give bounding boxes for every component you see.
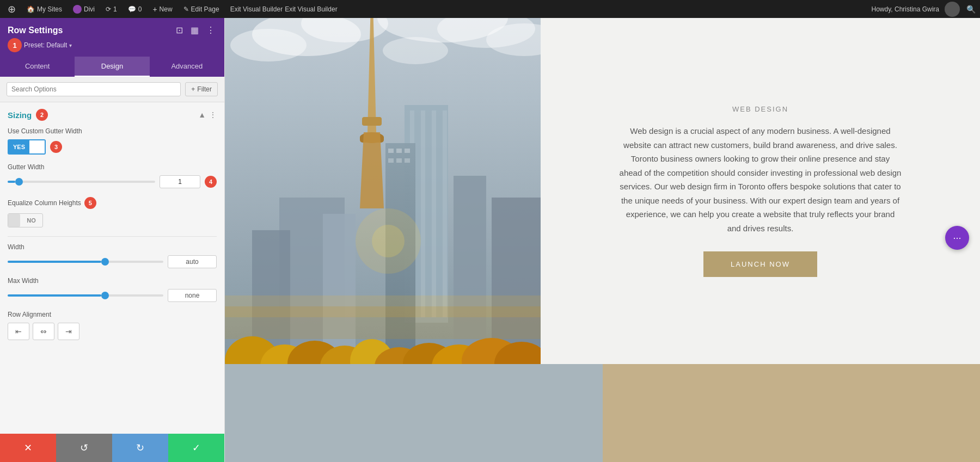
search-bar-icon[interactable]: 🔍 — [966, 5, 976, 14]
edit-icon: ✎ — [183, 5, 189, 13]
save-icon: ✓ — [192, 442, 200, 454]
custom-gutter-toggle-row: YES 3 — [8, 139, 217, 155]
panel-title: Row Settings — [8, 26, 63, 35]
layout-icon[interactable]: ▦ — [189, 23, 200, 37]
svg-rect-23 — [405, 149, 410, 153]
align-center-button[interactable]: ⇔ — [33, 323, 54, 340]
expand-icon[interactable]: ⊡ — [174, 23, 185, 37]
gutter-width-text: Gutter Width — [8, 163, 44, 171]
page-preview: WEB DESIGN Web design is a crucial aspec… — [225, 18, 980, 462]
cancel-button[interactable]: ✕ — [0, 434, 56, 462]
width-label: Width — [8, 243, 217, 251]
width-value-input[interactable] — [168, 255, 217, 268]
search-row: + Filter — [0, 77, 224, 102]
new-label: New — [160, 5, 173, 13]
divi-icon — [73, 5, 82, 14]
edit-page-link[interactable]: ✎ Edit Page — [180, 0, 223, 18]
divider — [8, 236, 217, 237]
toggle-yes-handle — [29, 140, 45, 153]
redo-button[interactable]: ↻ — [112, 434, 168, 462]
gutter-width-row: 4 — [8, 175, 217, 188]
svg-rect-24 — [388, 158, 394, 163]
my-sites-link[interactable]: 🏠 My Sites — [23, 0, 65, 18]
max-width-row — [8, 289, 217, 302]
comments-icon: 💬 — [128, 5, 136, 13]
content-right: WEB DESIGN Web design is a crucial aspec… — [541, 18, 980, 364]
equalize-toggle-no[interactable]: NO — [8, 213, 43, 227]
panel-header: Row Settings ⊡ ▦ ⋮ 1 Preset: Default ▾ — [0, 18, 224, 57]
max-width-slider-thumb[interactable] — [101, 292, 109, 299]
tab-advanced[interactable]: Advanced — [150, 57, 224, 77]
gutter-value-input[interactable] — [160, 175, 200, 188]
left-panel: Row Settings ⊡ ▦ ⋮ 1 Preset: Default ▾ C… — [0, 18, 225, 462]
panel-tabs: Content Design Advanced — [0, 57, 224, 77]
updates-count: 1 — [113, 5, 117, 13]
tab-design[interactable]: Design — [75, 57, 149, 77]
width-slider-fill — [8, 261, 101, 263]
svg-rect-31 — [323, 214, 356, 364]
gutter-width-label: Gutter Width — [8, 163, 217, 171]
align-right-icon: ⇥ — [65, 327, 72, 336]
filter-button[interactable]: + Filter — [185, 82, 218, 96]
new-link[interactable]: + New — [149, 0, 175, 18]
wp-logo[interactable]: ⊕ — [4, 0, 19, 18]
undo-icon: ↺ — [80, 442, 88, 454]
align-left-icon: ⇤ — [15, 327, 22, 336]
more-icon[interactable]: ⋮ — [205, 23, 217, 37]
step-badge-3: 3 — [50, 141, 62, 153]
search-input[interactable] — [7, 82, 181, 96]
max-width-text: Max Width — [8, 277, 39, 285]
user-greeting: Howdy, Christina Gwira — [872, 5, 939, 13]
gutter-width-slider[interactable] — [8, 181, 155, 183]
filter-label: Filter — [197, 85, 212, 93]
main-layout: Row Settings ⊡ ▦ ⋮ 1 Preset: Default ▾ C… — [0, 18, 980, 462]
row-alignment-label: Row Alignment — [8, 311, 217, 318]
redo-icon: ↻ — [136, 442, 144, 454]
divi-label: Divi — [84, 5, 95, 13]
city-image — [225, 18, 541, 364]
width-row — [8, 255, 217, 268]
exit-label: Exit Visual Builder — [230, 5, 283, 13]
gutter-slider-thumb[interactable] — [15, 178, 23, 186]
width-slider[interactable] — [8, 261, 163, 263]
save-button[interactable]: ✓ — [168, 434, 224, 462]
align-center-icon: ⇔ — [40, 327, 47, 336]
max-width-slider[interactable] — [8, 294, 163, 297]
section-more-icon[interactable]: ⋮ — [209, 110, 217, 119]
panel-header-icons: ⊡ ▦ ⋮ — [174, 23, 217, 37]
exit-builder-link[interactable]: Exit Visual BuilderExit Visual Builder — [227, 0, 341, 18]
section-tag: WEB DESIGN — [732, 105, 788, 113]
new-icon: + — [152, 5, 157, 14]
align-left-button[interactable]: ⇤ — [8, 323, 29, 340]
svg-rect-22 — [396, 149, 402, 153]
step-badge-2: 2 — [36, 109, 48, 121]
undo-button[interactable]: ↺ — [56, 434, 112, 462]
tab-content[interactable]: Content — [0, 57, 75, 77]
preset-dropdown-arrow[interactable]: ▾ — [69, 42, 72, 48]
width-slider-thumb[interactable] — [101, 258, 109, 266]
floating-action-button[interactable]: ··· — [945, 226, 969, 250]
swatch-gray — [225, 364, 603, 462]
comments-link[interactable]: 💬 0 — [125, 0, 145, 18]
divi-link[interactable]: Divi — [70, 0, 98, 18]
wordpress-admin-bar: ⊕ 🏠 My Sites Divi ⟳ 1 💬 0 + New ✎ Edit P… — [0, 0, 980, 18]
toggle-no-label: NO — [20, 217, 42, 224]
color-swatches — [225, 364, 980, 462]
svg-rect-21 — [388, 149, 394, 153]
custom-gutter-text: Use Custom Gutter Width — [8, 127, 82, 135]
collapse-icon[interactable]: ▲ — [198, 110, 206, 119]
equalize-label: Equalize Column Heights 5 — [8, 197, 217, 209]
preset-label: Preset: Default — [24, 41, 67, 49]
gutter-toggle-yes[interactable]: YES — [8, 139, 46, 155]
swatch-tan — [603, 364, 981, 462]
updates-link[interactable]: ⟳ 1 — [102, 0, 120, 18]
max-width-value-input[interactable] — [168, 289, 217, 302]
align-right-button[interactable]: ⇥ — [58, 323, 79, 340]
svg-point-3 — [230, 29, 307, 61]
section-controls: ▲ ⋮ — [198, 110, 217, 119]
home-icon: 🏠 — [27, 5, 35, 13]
svg-rect-19 — [443, 110, 447, 317]
cancel-icon: ✕ — [24, 442, 32, 454]
sizing-section-header: Sizing 2 ▲ ⋮ — [8, 109, 217, 121]
launch-now-button[interactable]: LAUNCH NOW — [703, 251, 817, 277]
